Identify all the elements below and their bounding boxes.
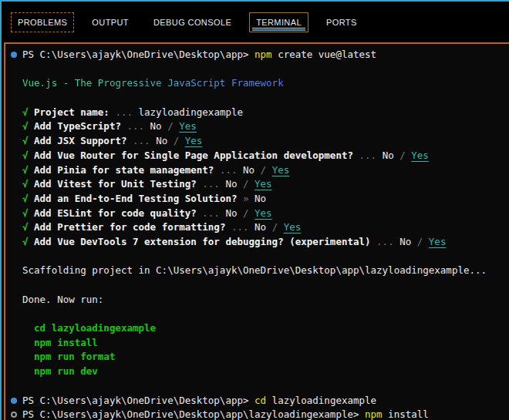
terminal-text-segment: npm — [254, 49, 272, 60]
terminal-text-segment: Add an End-to-End Testing Solution? — [34, 193, 237, 204]
terminal-line: √ Add JSX Support? ... No / Yes — [22, 134, 506, 149]
terminal-line: npm run format — [22, 350, 506, 365]
terminal-line: Vue.js - The Progressive JavaScript Fram… — [22, 76, 506, 91]
panel-tabs-bar: PROBLEMS OUTPUT DEBUG CONSOLE TERMINAL P… — [2, 2, 509, 42]
terminal-line: √ Add ESLint for code quality? ... No / … — [22, 207, 506, 221]
terminal-text-segment: √ — [22, 164, 34, 176]
terminal-text-segment: No — [225, 178, 237, 190]
terminal-line: √ Add an End-to-End Testing Solution? » … — [22, 192, 506, 207]
terminal-line — [22, 278, 506, 293]
terminal-line: √ Add Vitest for Unit Testing? ... No / … — [22, 177, 506, 192]
terminal-text-segment: Add Pinia for state management? — [34, 164, 214, 176]
terminal-line — [22, 91, 506, 106]
terminal-line — [22, 379, 506, 394]
terminal-text-segment: Yes — [429, 236, 447, 247]
tab-debug-console-label: DEBUG CONSOLE — [153, 18, 231, 27]
terminal-text-segment: Add Prettier for code formatting? — [34, 221, 225, 233]
command-success-dot-icon — [11, 52, 17, 58]
terminal-line: √ Add TypeScript? ... No / Yes — [22, 119, 506, 134]
terminal-text-segment: Add Vitest for Unit Testing? — [34, 178, 197, 190]
terminal-text-segment: ... — [121, 120, 150, 132]
tab-output[interactable]: OUTPUT — [85, 12, 136, 32]
terminal-text-segment: No — [150, 120, 162, 132]
terminal-text-segment: npm run format — [22, 351, 115, 362]
terminal-text-segment: npm — [365, 408, 383, 420]
terminal-text-segment: ... — [126, 135, 156, 146]
terminal-text-segment: √ — [22, 207, 34, 219]
terminal-line: npm run dev — [22, 365, 506, 379]
terminal-line: √ Project name: ... lazyloadingexample — [22, 106, 506, 120]
terminal-text-segment: Yes — [284, 221, 302, 233]
terminal-text-segment: √ — [22, 221, 34, 233]
tab-problems-label: PROBLEMS — [18, 18, 67, 27]
terminal-line: cd lazyloadingexample — [22, 321, 506, 336]
terminal-text-segment: Yes — [254, 207, 272, 219]
terminal-text-segment: ... — [214, 164, 243, 176]
terminal-text-segment: npm install — [22, 337, 98, 348]
terminal-text-segment: ... — [225, 221, 254, 233]
terminal-line: √ Add Prettier for code formatting? ... … — [22, 220, 506, 235]
tab-problems[interactable]: PROBLEMS — [11, 12, 74, 32]
tab-debug-console[interactable]: DEBUG CONSOLE — [147, 12, 238, 32]
terminal-text-segment: Add JSX Support? — [34, 135, 126, 146]
terminal-line: Done. Now run: — [22, 293, 506, 307]
terminal-text-segment: No — [254, 221, 266, 233]
terminal-output: PS C:\Users\ajayk\OneDrive\Desktop\app> … — [22, 48, 506, 420]
terminal-text-segment: / — [237, 178, 254, 190]
terminal-text-segment: npm run dev — [22, 365, 98, 377]
terminal-text-segment: Scaffolding project in C:\Users\ajayk\On… — [22, 264, 487, 276]
terminal-text-segment: / — [411, 236, 429, 247]
terminal-text-segment: install — [383, 408, 429, 420]
terminal-text-segment: / — [162, 120, 180, 132]
terminal-text-segment: / — [394, 150, 412, 161]
terminal-line — [22, 250, 506, 264]
terminal-text-segment: / — [167, 135, 185, 146]
terminal-text-segment: » — [237, 193, 254, 204]
terminal-text-segment: PS C:\Users\ajayk\OneDrive\Desktop\app\l… — [22, 408, 365, 420]
tab-terminal-label: TERMINAL — [256, 18, 302, 27]
terminal-text-segment: Add Vue Router for Single Page Applicati… — [34, 150, 353, 161]
terminal-text-segment: ... — [197, 178, 226, 190]
terminal-text-segment: Yes — [179, 120, 197, 132]
terminal-text-segment: lazyloadingexample — [266, 395, 376, 406]
terminal-text-segment: √ — [22, 106, 34, 118]
terminal-text-segment: ... — [197, 207, 226, 219]
terminal-text-segment: / — [254, 164, 272, 176]
terminal-text-segment: √ — [22, 135, 34, 146]
terminal-text-segment: Add TypeScript? — [34, 120, 121, 132]
terminal-line: PS C:\Users\ajayk\OneDrive\Desktop\app> … — [22, 394, 506, 408]
terminal-text-segment: lazyloadingexample — [139, 106, 243, 118]
terminal-text-segment: ... — [371, 236, 400, 247]
terminal-text-segment: ... — [353, 150, 383, 161]
terminal-line: √ Add Vue Router for Single Page Applica… — [22, 149, 506, 163]
tab-ports-label: PORTS — [326, 18, 357, 27]
tab-output-label: OUTPUT — [92, 18, 129, 27]
terminal-text-segment: √ — [22, 236, 34, 247]
command-pending-circle-icon — [11, 412, 17, 418]
terminal-text-segment: Yes — [185, 135, 203, 146]
tab-terminal[interactable]: TERMINAL — [249, 12, 308, 32]
terminal-line: Scaffolding project in C:\Users\ajayk\On… — [22, 264, 506, 278]
terminal-text-segment: / — [237, 207, 254, 219]
terminal-panel[interactable]: PS C:\Users\ajayk\OneDrive\Desktop\app> … — [4, 42, 509, 420]
terminal-text-segment: Yes — [254, 178, 272, 190]
terminal-text-segment: / — [266, 221, 284, 233]
terminal-text-segment: No — [254, 193, 266, 204]
command-success-dot-icon — [11, 398, 17, 404]
terminal-text-segment: PS C:\Users\ajayk\OneDrive\Desktop\app> — [22, 395, 254, 406]
terminal-line: npm install — [22, 336, 506, 351]
terminal-text-segment: PS C:\Users\ajayk\OneDrive\Desktop\app> — [22, 49, 254, 60]
terminal-text-segment: √ — [22, 150, 34, 161]
terminal-text-segment: No — [383, 150, 394, 161]
terminal-text-segment: Done. Now run: — [22, 294, 103, 305]
terminal-text-segment: create vue@latest — [272, 49, 376, 60]
terminal-line — [22, 307, 506, 321]
terminal-text-segment: No — [225, 207, 237, 219]
terminal-text-segment: Vue.js - The Progressive JavaScript Fram… — [22, 77, 284, 89]
terminal-line: PS C:\Users\ajayk\OneDrive\Desktop\app\l… — [22, 408, 506, 420]
terminal-text-segment: ... — [110, 106, 139, 118]
terminal-text-segment: No — [399, 236, 411, 247]
tab-ports[interactable]: PORTS — [319, 12, 364, 32]
terminal-text-segment: √ — [22, 193, 34, 204]
terminal-text-segment: Add Vue DevTools 7 extension for debuggi… — [34, 236, 371, 247]
